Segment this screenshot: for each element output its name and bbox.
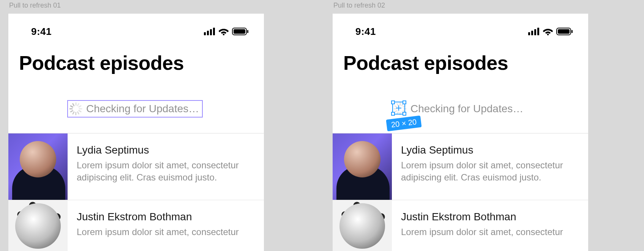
refresh-status-text: Checking for Updates… — [410, 103, 523, 115]
wifi-icon — [543, 28, 553, 35]
pull-to-refresh-area: Checking for Updates… 20 × 20 — [333, 78, 588, 133]
episode-title: Lydia Septimus — [77, 144, 253, 156]
episode-thumbnail — [333, 200, 392, 251]
svg-rect-2 — [210, 29, 212, 35]
episode-description: Lorem ipsum dolor sit amet, consectetur — [77, 226, 253, 238]
svg-rect-10 — [534, 29, 536, 35]
status-time: 9:41 — [355, 26, 376, 38]
list-item[interactable]: Justin Ekstrom Bothman Lorem ipsum dolor… — [333, 200, 588, 251]
status-bar: 9:41 — [8, 14, 264, 41]
status-bar: 9:41 — [333, 14, 588, 41]
svg-point-4 — [223, 34, 225, 35]
battery-icon — [232, 28, 249, 35]
episode-list: Lydia Septimus Lorem ipsum dolor sit ame… — [333, 133, 588, 251]
pull-to-refresh-area: Checking for Updates… — [8, 78, 264, 133]
list-item[interactable]: Justin Ekstrom Bothman Lorem ipsum dolor… — [8, 200, 264, 251]
svg-point-12 — [547, 34, 549, 35]
selection-handle-br[interactable] — [402, 112, 406, 116]
episode-thumbnail — [8, 200, 68, 251]
episode-thumbnail — [333, 133, 392, 200]
refresh-status-text: Checking for Updates… — [86, 103, 199, 115]
selection-handle-tl[interactable] — [391, 100, 395, 104]
episode-title: Lydia Septimus — [401, 144, 578, 156]
cellular-icon — [204, 28, 215, 35]
figma-canvas[interactable]: Pull to refresh 01 Pull to refresh 02 9:… — [0, 0, 644, 251]
svg-rect-11 — [537, 28, 539, 35]
frame-pull-to-refresh-02[interactable]: 9:41 Podcast — [333, 14, 588, 251]
episode-title: Justin Ekstrom Bothman — [401, 211, 578, 223]
svg-rect-0 — [204, 32, 206, 35]
frame-label-02[interactable]: Pull to refresh 02 — [333, 2, 385, 9]
svg-rect-9 — [531, 31, 533, 35]
cellular-icon — [528, 28, 540, 35]
svg-rect-3 — [213, 28, 215, 35]
svg-rect-6 — [234, 29, 245, 34]
selection-size-badge: 20 × 20 — [386, 116, 421, 132]
svg-rect-15 — [571, 30, 573, 33]
selection-handle-tr[interactable] — [402, 100, 406, 104]
episode-title: Justin Ekstrom Bothman — [77, 211, 253, 223]
page-title: Podcast episodes — [333, 41, 588, 78]
svg-rect-14 — [558, 29, 570, 34]
list-item[interactable]: Lydia Septimus Lorem ipsum dolor sit ame… — [333, 133, 588, 200]
status-time: 9:41 — [31, 26, 52, 38]
episode-thumbnail — [8, 133, 68, 200]
svg-rect-8 — [528, 32, 530, 35]
svg-rect-7 — [247, 30, 248, 33]
status-icons — [204, 28, 249, 35]
episode-list: Lydia Septimus Lorem ipsum dolor sit ame… — [8, 133, 264, 251]
page-title: Podcast episodes — [8, 41, 264, 78]
episode-description: Lorem ipsum dolor sit amet, consectetur … — [401, 159, 578, 184]
spinner-icon — [69, 102, 82, 115]
svg-rect-1 — [207, 31, 209, 35]
selection-center-icon — [396, 105, 401, 111]
list-item[interactable]: Lydia Septimus Lorem ipsum dolor sit ame… — [8, 133, 264, 200]
episode-description: Lorem ipsum dolor sit amet, consectetur … — [77, 159, 253, 184]
frame-pull-to-refresh-01[interactable]: 9:41 Podcast — [8, 14, 264, 251]
selection-outline[interactable] — [392, 102, 405, 115]
episode-description: Lorem ipsum dolor sit amet, consectetur — [401, 226, 578, 238]
status-icons — [528, 28, 573, 35]
refresh-indicator-group[interactable]: Checking for Updates… — [392, 101, 526, 117]
wifi-icon — [218, 28, 229, 35]
battery-icon — [556, 28, 573, 35]
selection-handle-bl[interactable] — [391, 112, 395, 116]
refresh-indicator-group[interactable]: Checking for Updates… — [68, 101, 202, 117]
frame-label-01[interactable]: Pull to refresh 01 — [9, 2, 61, 9]
